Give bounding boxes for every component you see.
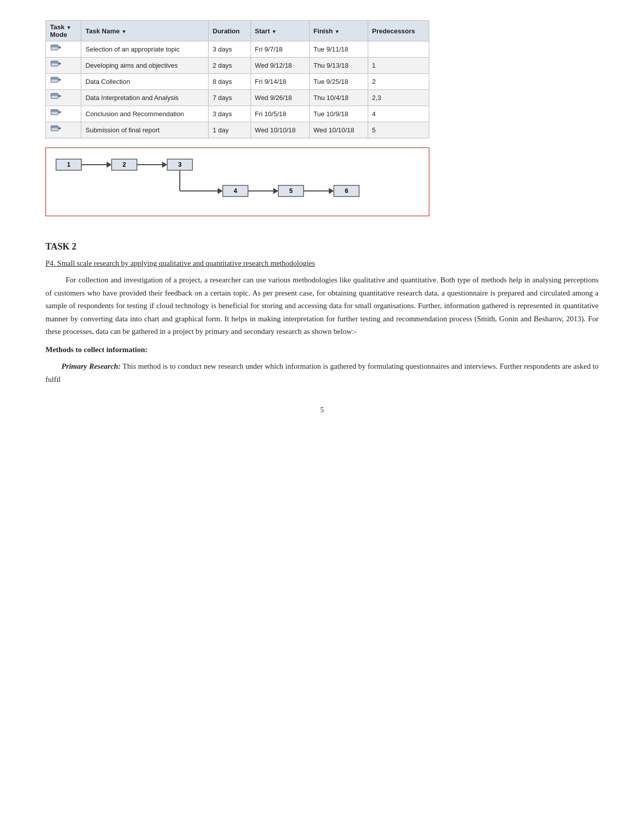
task-mode-cell — [46, 90, 81, 106]
primary-label: Primary Research: — [62, 362, 121, 370]
task-name-cell: Data Collection — [81, 74, 209, 90]
col-header-start[interactable]: Start ▼ — [251, 21, 309, 41]
arrow-head-4-5 — [273, 188, 278, 194]
table-row: Conclusion and Recommendation3 daysFri 1… — [46, 106, 429, 122]
duration-cell: 1 day — [209, 122, 251, 138]
duration-cell: 3 days — [209, 106, 251, 122]
finish-cell: Tue 9/11/18 — [309, 41, 368, 58]
task2-section: TASK 2 P4. Small scale research by apply… — [45, 241, 599, 386]
task-name-cell: Conclusion and Recommendation — [81, 106, 209, 122]
methods-heading: Methods to collect information: — [45, 344, 599, 357]
task-mode-icon — [50, 44, 61, 53]
start-cell: Fri 9/7/18 — [251, 41, 309, 58]
bar-label-3: 3 — [178, 161, 182, 168]
arrow-head-5-6 — [329, 188, 334, 194]
task2-para1: For collection and investigation of a pr… — [45, 274, 599, 338]
svg-rect-13 — [51, 93, 58, 95]
page-number: 5 — [45, 406, 599, 414]
task-name-cell: Selection of an appropriate topic — [81, 41, 209, 58]
p4-heading: P4. Small scale research by applying qua… — [45, 259, 599, 268]
task-mode-icon — [50, 76, 61, 85]
table-row: Data Interpretation and Analysis7 daysWe… — [46, 90, 429, 106]
svg-marker-11 — [59, 78, 61, 81]
start-cell: Wed 10/10/18 — [251, 122, 309, 138]
finish-cell: Tue 9/25/18 — [309, 74, 368, 90]
table-row: Selection of an appropriate topic3 daysF… — [46, 41, 429, 58]
finish-cell: Tue 10/9/18 — [309, 106, 368, 122]
duration-cell: 2 days — [209, 58, 251, 74]
task-name-cell: Data Interpretation and Analysis — [81, 90, 209, 106]
start-cell: Wed 9/12/18 — [251, 58, 309, 74]
predecessors-cell: 2 — [368, 74, 429, 90]
svg-marker-19 — [59, 111, 61, 114]
predecessors-cell: 1 — [368, 58, 429, 74]
table-row: Data Collection8 daysFri 9/14/18Tue 9/25… — [46, 74, 429, 90]
svg-marker-7 — [59, 62, 61, 65]
duration-cell: 8 days — [209, 74, 251, 90]
bar-label-5: 5 — [289, 187, 293, 194]
task-name-cell: Submission of final report — [81, 122, 209, 138]
svg-marker-15 — [59, 94, 61, 97]
bar-label-6: 6 — [345, 187, 349, 194]
table-section: Task ▼Mode Task Name ▼ Duration Start ▼ … — [45, 20, 599, 138]
duration-cell: 3 days — [209, 41, 251, 58]
col-header-finish[interactable]: Finish ▼ — [309, 21, 368, 41]
task-name-cell: Developing aims and objectives — [81, 58, 209, 74]
task-mode-cell — [46, 122, 81, 138]
start-cell: Wed 9/26/18 — [251, 90, 309, 106]
bar-label-2: 2 — [123, 161, 126, 168]
predecessors-cell: 4 — [368, 106, 429, 122]
task-mode-icon — [50, 109, 61, 118]
task-mode-cell — [46, 58, 81, 74]
predecessors-cell: 2,3 — [368, 90, 429, 106]
svg-marker-23 — [59, 127, 61, 130]
svg-rect-21 — [51, 126, 58, 128]
task-mode-cell — [46, 74, 81, 90]
finish-cell: Thu 9/13/18 — [309, 58, 368, 74]
task-mode-icon — [50, 92, 61, 102]
start-cell: Fri 10/5/18 — [251, 106, 309, 122]
arrow-head-1-2 — [107, 162, 112, 168]
gantt-chart-section: 1 2 3 4 5 6 — [45, 148, 429, 216]
col-header-task-name[interactable]: Task Name ▼ — [81, 21, 209, 41]
svg-rect-1 — [51, 45, 58, 47]
col-header-predecessors[interactable]: Predecessors — [368, 21, 429, 41]
arrow-head-3-4 — [218, 188, 223, 194]
finish-cell: Thu 10/4/18 — [309, 90, 368, 106]
svg-marker-3 — [59, 46, 61, 49]
gantt-svg: 1 2 3 4 5 6 — [51, 153, 420, 209]
table-row: Developing aims and objectives2 daysWed … — [46, 58, 429, 74]
svg-rect-5 — [51, 61, 58, 63]
task2-title: TASK 2 — [45, 241, 599, 252]
bar-label-1: 1 — [67, 161, 71, 168]
col-header-duration[interactable]: Duration — [209, 21, 251, 41]
gantt-table: Task ▼Mode Task Name ▼ Duration Start ▼ … — [45, 20, 429, 138]
svg-rect-9 — [51, 77, 58, 79]
arrow-head-2-3 — [162, 162, 167, 168]
primary-text: This method is to conduct new research u… — [45, 362, 599, 383]
col-header-task-mode[interactable]: Task ▼Mode — [46, 21, 81, 41]
table-row: Submission of final report1 dayWed 10/10… — [46, 122, 429, 138]
predecessors-cell — [368, 41, 429, 58]
bar-label-4: 4 — [234, 187, 237, 194]
task-mode-cell — [46, 41, 81, 58]
duration-cell: 7 days — [209, 90, 251, 106]
task-mode-cell — [46, 106, 81, 122]
task-mode-icon — [50, 125, 61, 134]
predecessors-cell: 5 — [368, 122, 429, 138]
task-mode-icon — [50, 60, 61, 69]
start-cell: Fri 9/14/18 — [251, 74, 309, 90]
primary-para: Primary Research: This method is to cond… — [45, 360, 599, 386]
finish-cell: Wed 10/10/18 — [309, 122, 368, 138]
svg-rect-17 — [51, 110, 58, 112]
